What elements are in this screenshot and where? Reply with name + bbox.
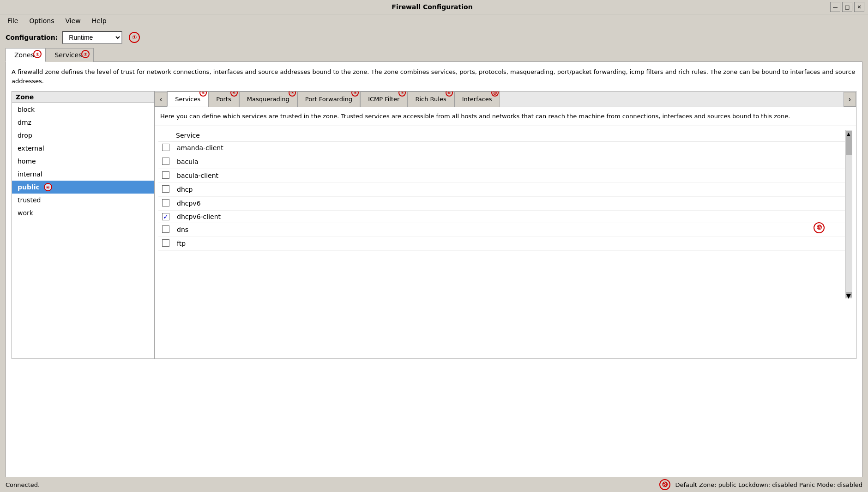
tabs-next-button[interactable]: › xyxy=(844,92,856,107)
service-dns: dns xyxy=(173,223,845,237)
badge-5: ⑤ xyxy=(199,91,207,97)
cb-bacula[interactable] xyxy=(162,158,169,165)
statusbar-right: ⑬ Default Zone: public Lockdown: disable… xyxy=(657,479,862,490)
zone-item-internal[interactable]: internal xyxy=(12,168,154,181)
scrollbar[interactable]: ▲ ▼ xyxy=(845,130,852,298)
table-row: amanda-client xyxy=(158,141,845,155)
tab-port-forwarding-label: Port Forwarding xyxy=(305,96,352,103)
tab-zones-label: Zones xyxy=(14,51,34,59)
service-scroll[interactable]: amanda-client bacula xyxy=(158,141,845,298)
service-bacula: bacula xyxy=(173,155,845,169)
tab-interfaces-label: Interfaces xyxy=(462,96,492,103)
badge-11: ⑪ xyxy=(491,91,499,97)
table-row: ✓ dhcpv6-client xyxy=(158,210,845,223)
service-table-body: amanda-client bacula xyxy=(158,141,845,251)
menu-help[interactable]: Help xyxy=(90,16,108,25)
cb-dhcpv6-client[interactable]: ✓ xyxy=(162,213,169,220)
table-row: dhcp xyxy=(158,182,845,196)
statusbar-connected: Connected. xyxy=(6,481,40,488)
window-title: Firewall Configuration xyxy=(34,3,830,11)
service-dhcpv6-client: dhcpv6-client xyxy=(173,210,845,223)
badge-3: ③ xyxy=(81,50,90,58)
config-label: Configuration: xyxy=(6,34,58,41)
cb-bacula-client[interactable] xyxy=(162,171,169,179)
service-bacula-client: bacula-client xyxy=(173,169,845,182)
cb-dns[interactable] xyxy=(162,225,169,233)
zone-item-dmz[interactable]: dmz xyxy=(12,116,154,129)
titlebar: Firewall Configuration — □ ✕ xyxy=(0,0,868,14)
tab-services-main[interactable]: Services ③ xyxy=(46,48,94,62)
service-ftp: ftp xyxy=(173,237,845,250)
cb-dhcpv6[interactable] xyxy=(162,199,169,207)
zone-item-drop[interactable]: drop xyxy=(12,129,154,142)
badge-6: ⑥ xyxy=(230,91,238,97)
table-row: dhcpv6 xyxy=(158,196,845,210)
tab-services-label: Services xyxy=(175,96,200,103)
zone-item-work[interactable]: work xyxy=(12,207,154,219)
scrollbar-up[interactable]: ▲ xyxy=(846,131,852,136)
statusbar: Connected. ⑬ Default Zone: public Lockdo… xyxy=(0,477,868,492)
badge-8: ⑧ xyxy=(351,91,359,97)
scrollbar-down[interactable]: ▼ xyxy=(846,292,852,298)
cb-ftp[interactable] xyxy=(162,239,169,247)
badge-2: ② xyxy=(33,50,42,58)
badge-12: ⑫ xyxy=(814,222,825,233)
tab-masquerading[interactable]: Masquerading ⑦ xyxy=(239,91,297,107)
tab-masquerading-label: Masquerading xyxy=(247,96,289,103)
tab-port-forwarding[interactable]: Port Forwarding ⑧ xyxy=(297,91,360,107)
service-amanda-client: amanda-client xyxy=(173,141,845,155)
tab-ports-label: Ports xyxy=(216,96,231,103)
badge-7: ⑦ xyxy=(289,91,296,97)
badge-10: ⑩ xyxy=(446,91,453,97)
table-row: dns xyxy=(158,223,845,237)
scrollbar-thumb[interactable] xyxy=(846,136,852,155)
menu-file[interactable]: File xyxy=(6,16,20,25)
col-checkbox xyxy=(158,130,172,141)
tab-zones[interactable]: Zones ② xyxy=(6,48,46,62)
app-window: Firewall Configuration — □ ✕ File Option… xyxy=(0,0,868,492)
service-table-container: Service amanda xyxy=(158,130,852,355)
statusbar-info: Default Zone: public Lockdown: disabled … xyxy=(675,481,862,488)
right-panel: ‹ Services ⑤ Ports xyxy=(155,91,856,359)
service-dhcpv6: dhcpv6 xyxy=(173,196,845,210)
tab-ports[interactable]: Ports ⑥ xyxy=(208,91,239,107)
cb-dhcp[interactable] xyxy=(162,185,169,193)
tab-icmp-filter-label: ICMP Filter xyxy=(368,96,399,103)
zone-item-trusted[interactable]: trusted xyxy=(12,194,154,207)
tabs-prev-button[interactable]: ‹ xyxy=(155,92,167,107)
zone-list: block dmz drop external home internal pu… xyxy=(12,103,154,219)
zone-panel: Zone block dmz drop external home intern… xyxy=(12,91,155,359)
badge-13: ⑬ xyxy=(659,479,670,490)
badge-1: ① xyxy=(129,32,140,43)
zone-description: A firewalld zone defines the level of tr… xyxy=(12,67,856,85)
tab-services[interactable]: Services ⑤ xyxy=(167,91,208,107)
zone-item-public[interactable]: public ④ xyxy=(12,181,154,194)
close-button[interactable]: ✕ xyxy=(854,2,864,12)
service-dhcp: dhcp xyxy=(173,182,845,196)
main-tabs-row: Zones ② Services ③ xyxy=(0,48,868,61)
zone-item-home[interactable]: home xyxy=(12,155,154,168)
window-controls: — □ ✕ xyxy=(830,2,864,12)
tab-icmp-filter[interactable]: ICMP Filter ⑨ xyxy=(360,91,407,107)
zone-item-block[interactable]: block xyxy=(12,103,154,116)
tab-interfaces[interactable]: Interfaces ⑪ xyxy=(454,91,500,107)
inner-tabs-row: ‹ Services ⑤ Ports xyxy=(155,91,856,107)
config-row: Configuration: Runtime Permanent ① xyxy=(0,27,868,48)
main-split: Zone block dmz drop external home intern… xyxy=(12,91,856,359)
menu-options[interactable]: Options xyxy=(27,16,56,25)
menu-view[interactable]: View xyxy=(63,16,82,25)
config-select[interactable]: Runtime Permanent xyxy=(62,31,122,44)
tab-services-main-label: Services xyxy=(54,51,82,59)
tab-rich-rules[interactable]: Rich Rules ⑩ xyxy=(407,91,454,107)
content-area: A firewalld zone defines the level of tr… xyxy=(6,61,862,492)
table-row: bacula xyxy=(158,155,845,169)
col-service-header: Service xyxy=(172,130,845,141)
cb-amanda-client[interactable] xyxy=(162,144,169,151)
service-table: Service xyxy=(158,130,845,141)
zone-item-external[interactable]: external xyxy=(12,142,154,155)
minimize-button[interactable]: — xyxy=(830,2,840,12)
services-description: Here you can define which services are t… xyxy=(155,107,856,126)
maximize-button[interactable]: □ xyxy=(842,2,852,12)
main-content: Zones ② Services ③ A firewalld zone defi… xyxy=(0,48,868,492)
badge-9: ⑨ xyxy=(398,91,406,97)
